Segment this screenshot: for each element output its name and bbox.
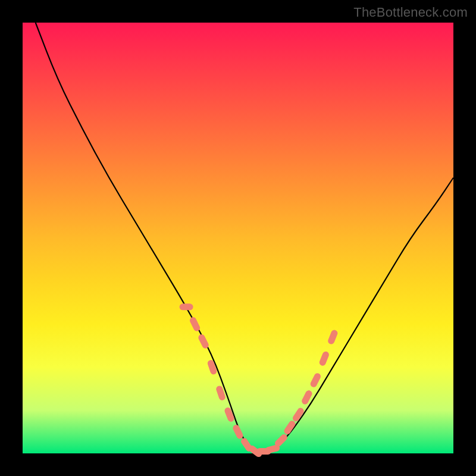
highlight-dot: [278, 437, 284, 443]
bottleneck-curve: [36, 23, 453, 453]
highlight-dot: [220, 389, 223, 397]
highlight-dot: [314, 377, 317, 384]
highlight-dot: [193, 321, 197, 328]
chart-frame: TheBottleneck.com: [0, 0, 476, 476]
highlight-dot: [245, 441, 249, 449]
highlight-dot: [211, 364, 214, 371]
highlight-dot: [236, 428, 240, 436]
highlight-dot: [305, 394, 309, 402]
highlight-dot: [287, 424, 292, 431]
highlight-dot: [331, 333, 334, 341]
plot-area: [23, 23, 453, 453]
highlight-dot: [228, 411, 231, 418]
highlight-dot: [202, 338, 205, 346]
highlight-dot: [322, 355, 325, 362]
highlight-dot: [268, 448, 277, 450]
curve-svg: [23, 23, 453, 453]
highlight-dot: [296, 411, 301, 418]
watermark-text: TheBottleneck.com: [353, 5, 468, 20]
highlighted-dots-group: [183, 307, 334, 454]
